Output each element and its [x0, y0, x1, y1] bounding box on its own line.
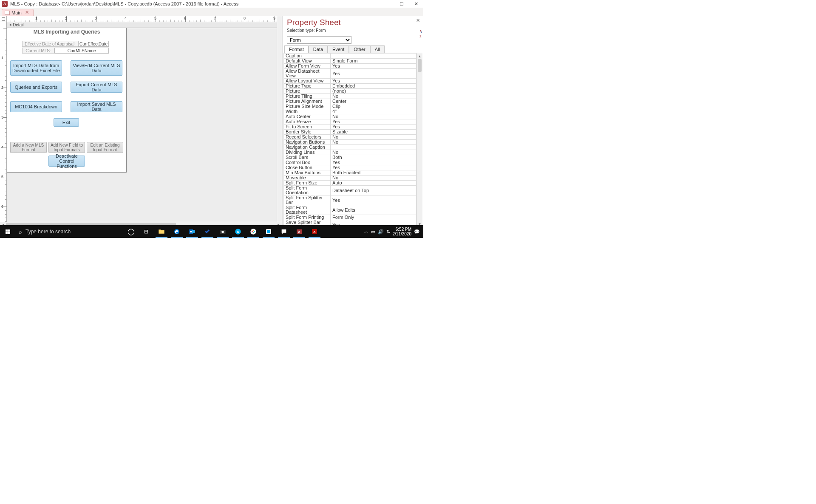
property-row[interactable]: Fit to ScreenYes: [284, 125, 416, 130]
property-row[interactable]: Min Max ButtonsBoth Enabled: [284, 170, 416, 176]
window-minimize-button[interactable]: ─: [380, 0, 394, 8]
section-detail-header[interactable]: Detail: [7, 22, 282, 28]
label-effective-date[interactable]: Effective Date of Appraisal:: [22, 41, 78, 47]
property-row[interactable]: Width4": [284, 109, 416, 114]
window-maximize-button[interactable]: ☐: [394, 0, 409, 8]
property-row[interactable]: Split Form Splitter BarYes: [284, 195, 416, 205]
property-row[interactable]: Picture AlignmentCenter: [284, 99, 416, 104]
property-sheet-sort-button[interactable]: [419, 28, 422, 38]
tab-all[interactable]: All: [370, 45, 385, 53]
property-name-cell[interactable]: Picture Alignment: [284, 99, 331, 104]
ruler-corner-selector[interactable]: [0, 16, 7, 22]
property-row[interactable]: Split Form DatasheetAllow Edits: [284, 205, 416, 215]
property-value-cell[interactable]: Yes: [331, 195, 416, 205]
property-value-cell[interactable]: Yes: [331, 125, 416, 130]
system-tray[interactable]: ︿ ▭ 🔊 ⇅ 6:52 PM 2/11/2020 💬: [364, 227, 424, 236]
property-row[interactable]: Navigation ButtonsNo: [284, 140, 416, 145]
property-name-cell[interactable]: Record Selectors: [284, 135, 331, 140]
property-name-cell[interactable]: Caption: [284, 54, 331, 59]
property-value-cell[interactable]: No: [331, 114, 416, 119]
property-row[interactable]: Close ButtonYes: [284, 165, 416, 170]
property-value-cell[interactable]: [331, 54, 416, 59]
property-grid-scrollbar[interactable]: ▲ ▼: [416, 53, 422, 227]
property-value-cell[interactable]: Yes: [331, 165, 416, 170]
property-value-cell[interactable]: No: [331, 150, 416, 155]
property-value-cell[interactable]: Both: [331, 155, 416, 160]
property-row[interactable]: Split Form OrientationDatasheet on Top: [284, 186, 416, 195]
button-edit-existing[interactable]: Edit an Existing Input Format: [87, 142, 123, 153]
property-value-cell[interactable]: No: [331, 140, 416, 145]
tray-chevron-icon[interactable]: ︿: [364, 229, 368, 235]
property-row[interactable]: Record SelectorsNo: [284, 135, 416, 140]
property-name-cell[interactable]: Width: [284, 109, 331, 114]
property-row[interactable]: Scroll BarsBoth: [284, 155, 416, 160]
tray-clock[interactable]: 6:52 PM 2/11/2020: [393, 227, 412, 236]
property-row[interactable]: Auto CenterNo: [284, 114, 416, 119]
property-name-cell[interactable]: Scroll Bars: [284, 155, 331, 160]
tab-event[interactable]: Event: [328, 45, 349, 53]
button-import-saved[interactable]: Import Saved MLS Data: [71, 101, 122, 112]
form-design-area[interactable]: 123456789 123456 Detail MLS Importing an…: [0, 16, 282, 227]
property-name-cell[interactable]: Moveable: [284, 176, 331, 181]
scroll-thumb-vertical[interactable]: [418, 59, 422, 72]
tray-notifications-icon[interactable]: 💬: [414, 229, 420, 235]
taskbar-slack[interactable]: [246, 225, 261, 238]
property-name-cell[interactable]: Allow Form View: [284, 64, 331, 69]
property-name-cell[interactable]: Control Box: [284, 160, 331, 165]
button-deactivate[interactable]: Deactivate Control Functions: [48, 156, 85, 167]
button-mc1004[interactable]: MC1004 Breakdown: [10, 101, 62, 112]
button-queries-exports[interactable]: Queries and Exports: [10, 82, 62, 93]
property-value-cell[interactable]: Yes: [331, 64, 416, 69]
property-row[interactable]: Allow Form ViewYes: [284, 64, 416, 69]
property-value-cell[interactable]: Datasheet on Top: [331, 186, 416, 195]
property-row[interactable]: Split Form PrintingForm Only: [284, 215, 416, 220]
field-current-mls[interactable]: CurrMLSName: [54, 48, 109, 54]
property-value-cell[interactable]: Clip: [331, 104, 416, 109]
property-value-cell[interactable]: No: [331, 176, 416, 181]
taskbar-todo[interactable]: [200, 225, 215, 238]
property-row[interactable]: Navigation Caption: [284, 145, 416, 150]
property-value-cell[interactable]: (none): [331, 89, 416, 94]
property-row[interactable]: Border StyleSizable: [284, 130, 416, 135]
cortana-button[interactable]: ⊟: [139, 225, 154, 238]
tab-close-button[interactable]: ✕: [25, 10, 29, 15]
property-value-cell[interactable]: [331, 145, 416, 150]
tab-data[interactable]: Data: [309, 45, 328, 53]
form-title-label[interactable]: MLS Importing and Queries: [8, 29, 126, 36]
tray-battery-icon[interactable]: ▭: [371, 229, 375, 235]
property-name-cell[interactable]: Fit to Screen: [284, 125, 331, 130]
design-vertical-scrollbar[interactable]: [277, 16, 282, 222]
task-view-button[interactable]: ◯: [123, 225, 139, 238]
property-row[interactable]: Control BoxYes: [284, 160, 416, 165]
button-exit[interactable]: Exit: [54, 118, 79, 127]
property-value-cell[interactable]: Single Form: [331, 59, 416, 64]
window-close-button[interactable]: ✕: [409, 0, 423, 8]
property-name-cell[interactable]: Picture Type: [284, 84, 331, 89]
button-add-new-mls[interactable]: Add a New MLS Format: [10, 142, 47, 153]
taskbar-search[interactable]: ⌕ Type here to search: [15, 225, 122, 238]
property-row[interactable]: Dividing LinesNo: [284, 150, 416, 155]
property-value-cell[interactable]: Allow Edits: [331, 205, 416, 215]
field-effective-date[interactable]: CurrEffectDate: [78, 41, 109, 47]
property-value-cell[interactable]: Yes: [331, 79, 416, 84]
property-row[interactable]: Picture TypeEmbedded: [284, 84, 416, 89]
property-value-cell[interactable]: Form Only: [331, 215, 416, 220]
property-name-cell[interactable]: Picture Tiling: [284, 94, 331, 99]
property-name-cell[interactable]: Dividing Lines: [284, 150, 331, 155]
property-value-cell[interactable]: No: [331, 135, 416, 140]
property-value-cell[interactable]: Yes: [331, 119, 416, 125]
property-name-cell[interactable]: Split Form Size: [284, 181, 331, 186]
property-value-cell[interactable]: Embedded: [331, 84, 416, 89]
property-value-cell[interactable]: No: [331, 94, 416, 99]
property-row[interactable]: Default ViewSingle Form: [284, 59, 416, 64]
property-value-cell[interactable]: 4": [331, 109, 416, 114]
property-name-cell[interactable]: Split Form Splitter Bar: [284, 195, 331, 205]
button-export-current[interactable]: Export Current MLS Data: [71, 82, 122, 93]
property-name-cell[interactable]: Split Form Datasheet: [284, 205, 331, 215]
property-value-cell[interactable]: Both Enabled: [331, 170, 416, 176]
property-name-cell[interactable]: Navigation Buttons: [284, 140, 331, 145]
taskbar-camera[interactable]: [215, 225, 230, 238]
property-name-cell[interactable]: Auto Resize: [284, 119, 331, 125]
taskbar-edge[interactable]: [169, 225, 184, 238]
button-import-excel[interactable]: Import MLS Data from Downloaded Excel Fi…: [10, 60, 62, 76]
